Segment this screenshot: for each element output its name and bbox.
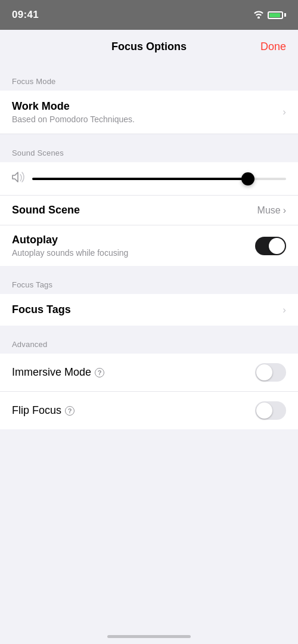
sound-scenes-section-label: Sound Scenes xyxy=(0,134,298,162)
volume-slider[interactable] xyxy=(32,178,286,180)
wifi-icon xyxy=(253,10,264,20)
volume-slider-track xyxy=(32,178,286,180)
focus-tags-section: Focus Tags Focus Tags › xyxy=(0,266,298,326)
advanced-section-label: Advanced xyxy=(0,326,298,354)
volume-icon xyxy=(12,172,26,185)
autoplay-subtitle: Autoplay sounds while focusing xyxy=(12,248,255,258)
focus-mode-title: Work Mode xyxy=(12,100,278,113)
autoplay-title: Autoplay xyxy=(12,234,255,246)
advanced-section: Advanced Immersive Mode ? Flip Focus ? xyxy=(0,326,298,429)
focus-tags-label: Focus Tags xyxy=(12,304,71,316)
sound-scene-label: Sound Scene xyxy=(12,204,80,216)
home-indicator xyxy=(107,635,191,638)
focus-mode-subtitle: Based on Pomodoro Techniques. xyxy=(12,114,278,124)
status-time: 09:41 xyxy=(12,9,39,21)
focus-tags-card: Focus Tags › xyxy=(0,294,298,326)
battery-icon xyxy=(268,11,286,19)
focus-mode-section: Focus Mode Work Mode Based on Pomodoro T… xyxy=(0,63,298,134)
focus-mode-row[interactable]: Work Mode Based on Pomodoro Techniques. … xyxy=(0,91,298,134)
advanced-card: Immersive Mode ? Flip Focus ? xyxy=(0,354,298,429)
immersive-mode-label-group: Immersive Mode ? xyxy=(12,366,104,379)
focus-tags-row[interactable]: Focus Tags › xyxy=(0,294,298,326)
focus-mode-info: Work Mode Based on Pomodoro Techniques. xyxy=(12,100,278,124)
sound-scene-value: Muse › xyxy=(257,205,286,216)
status-icons xyxy=(253,10,286,20)
immersive-mode-toggle-knob xyxy=(256,364,272,380)
header: Focus Options Done xyxy=(0,30,298,63)
immersive-mode-row: Immersive Mode ? xyxy=(0,354,298,391)
autoplay-toggle[interactable] xyxy=(255,237,286,255)
focus-tags-chevron: › xyxy=(283,304,286,316)
sound-scenes-card: Sound Scene Muse › Autoplay Autoplay sou… xyxy=(0,162,298,266)
immersive-mode-toggle[interactable] xyxy=(255,363,286,382)
done-button[interactable]: Done xyxy=(260,41,286,53)
sound-scene-current: Muse xyxy=(257,205,281,216)
header-title: Focus Options xyxy=(111,41,187,53)
focus-mode-section-label: Focus Mode xyxy=(0,63,298,91)
flip-focus-help-icon[interactable]: ? xyxy=(65,406,74,416)
autoplay-info: Autoplay Autoplay sounds while focusing xyxy=(12,234,255,258)
focus-mode-chevron: › xyxy=(283,106,286,118)
status-bar: 09:41 xyxy=(0,0,298,30)
flip-focus-label: Flip Focus xyxy=(12,404,61,417)
autoplay-row: Autoplay Autoplay sounds while focusing xyxy=(0,225,298,266)
volume-slider-thumb xyxy=(241,172,254,185)
content: Focus Mode Work Mode Based on Pomodoro T… xyxy=(0,63,298,429)
volume-row xyxy=(0,162,298,195)
sound-scene-row[interactable]: Sound Scene Muse › xyxy=(0,195,298,225)
flip-focus-toggle[interactable] xyxy=(255,401,286,420)
sound-scene-chevron: › xyxy=(283,205,286,216)
immersive-mode-label: Immersive Mode xyxy=(12,366,91,379)
toggle-knob xyxy=(269,238,285,254)
immersive-mode-help-icon[interactable]: ? xyxy=(95,368,104,377)
flip-focus-label-group: Flip Focus ? xyxy=(12,404,74,417)
flip-focus-row: Flip Focus ? xyxy=(0,391,298,429)
flip-focus-toggle-knob xyxy=(256,402,272,419)
sound-scenes-section: Sound Scenes xyxy=(0,134,298,266)
volume-slider-fill xyxy=(32,178,248,180)
focus-tags-section-label: Focus Tags xyxy=(0,266,298,294)
